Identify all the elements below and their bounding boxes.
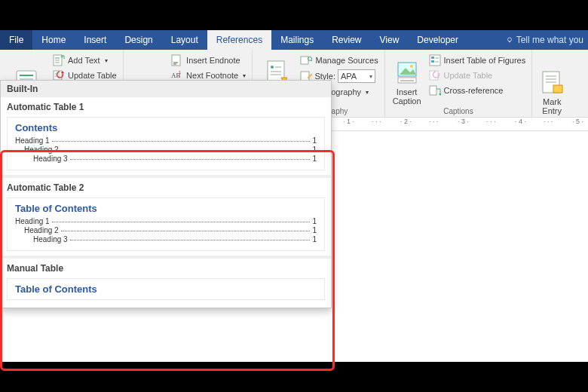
toc-leader-dots — [52, 141, 311, 142]
toc-row: Heading 31 — [15, 155, 317, 163]
cross-reference-button[interactable]: Cross-reference — [427, 84, 528, 97]
toc-row-text: Heading 2 — [24, 145, 59, 154]
toc-row-text: Heading 1 — [15, 217, 50, 225]
update-table-label: Update Table — [68, 71, 117, 80]
toc-leader-dots — [70, 159, 311, 160]
tab-insert[interactable]: Insert — [75, 30, 115, 50]
toc-title: Table of Contents — [15, 283, 317, 295]
tell-me-search[interactable]: Tell me what you — [504, 30, 588, 50]
tell-me-label: Tell me what you — [516, 35, 583, 45]
update-icon — [429, 69, 441, 81]
svg-rect-45 — [431, 57, 434, 59]
svg-text:1: 1 — [179, 70, 182, 75]
svg-marker-51 — [439, 93, 441, 96]
toc-title: Table of Contents — [15, 203, 317, 214]
cross-reference-label: Cross-reference — [444, 86, 504, 95]
chevron-down-icon: ▾ — [369, 73, 372, 80]
update-table-figures-label: Update Table — [444, 71, 493, 80]
gallery-item-manual[interactable]: Table of Contents — [7, 278, 325, 300]
insert-caption-button[interactable]: Insert Caption — [390, 52, 424, 106]
toc-row-text: Heading 1 — [15, 136, 50, 145]
tab-design[interactable]: Design — [115, 30, 161, 50]
tab-file[interactable]: File — [0, 30, 32, 50]
toc-row: Heading 11 — [15, 217, 317, 225]
toc-row-text: Heading 3 — [33, 235, 68, 243]
toc-row-page: 1 — [312, 226, 317, 234]
toc-row: Heading 31 — [15, 235, 317, 243]
insert-table-of-figures-label: Insert Table of Figures — [444, 56, 526, 65]
toc-row-page: 1 — [312, 155, 317, 163]
add-text-icon: + — [53, 54, 65, 66]
toc-title: Contents — [15, 122, 317, 133]
toc-row: Heading 21 — [15, 145, 317, 154]
next-footnote-label: Next Footnote — [186, 71, 238, 80]
endnote-icon — [171, 54, 183, 66]
group-captions-label: Captions — [390, 106, 528, 115]
toc-leader-dots — [61, 150, 311, 151]
svg-text:+: + — [60, 54, 63, 60]
word-window: File Home Insert Design Layout Reference… — [0, 30, 588, 362]
tab-view[interactable]: View — [371, 30, 409, 50]
toc-row: Heading 21 — [15, 226, 317, 234]
toc-row-text: Heading 2 — [24, 226, 59, 234]
toc-row-page: 1 — [312, 217, 317, 225]
toc-row-page: 1 — [312, 145, 317, 154]
svg-rect-56 — [553, 85, 562, 93]
svg-rect-32 — [301, 57, 308, 64]
svg-rect-1 — [509, 41, 510, 42]
gallery-item-auto2-label: Automatic Table 2 — [1, 178, 331, 196]
gallery-item-auto1-label: Automatic Table 1 — [1, 97, 331, 115]
gallery-item-auto2[interactable]: Table of Contents Heading 11Heading 21He… — [7, 198, 325, 251]
toc-row-page: 1 — [312, 235, 317, 243]
mark-entry-button[interactable]: Mark Entry — [537, 52, 567, 115]
caption-icon — [395, 60, 419, 86]
toc-leader-dots — [70, 240, 311, 240]
insert-endnote-label: Insert Endnote — [186, 56, 240, 65]
group-index: Mark Entry — [532, 50, 571, 117]
add-text-button[interactable]: + Add Text▾ — [51, 54, 118, 67]
toc-gallery-dropdown: Built-In Automatic Table 1 Contents Head… — [0, 80, 332, 308]
tab-developer[interactable]: Developer — [408, 30, 467, 50]
tab-references[interactable]: References — [207, 30, 271, 50]
chevron-down-icon: ▾ — [243, 72, 246, 79]
update-table-figures-button[interactable]: Update Table — [427, 69, 528, 82]
svg-point-0 — [507, 38, 511, 41]
svg-point-41 — [410, 65, 413, 68]
cross-reference-icon — [429, 84, 441, 96]
table-of-figures-icon — [429, 54, 441, 66]
toc-row-page: 1 — [312, 136, 317, 145]
gallery-item-manual-label: Manual Table — [1, 259, 331, 277]
style-combobox[interactable]: APA▾ — [338, 69, 375, 83]
toc-row: Heading 11 — [15, 136, 317, 145]
toc-row-text: Heading 3 — [33, 155, 68, 163]
insert-endnote-button[interactable]: Insert Endnote — [170, 54, 247, 67]
chevron-down-icon: ▾ — [105, 57, 108, 64]
mark-entry-icon — [540, 70, 564, 96]
tab-review[interactable]: Review — [323, 30, 370, 50]
svg-point-27 — [271, 66, 274, 69]
tab-layout[interactable]: Layout — [162, 30, 207, 50]
svg-rect-50 — [430, 86, 436, 95]
svg-rect-47 — [431, 60, 434, 63]
gallery-item-auto1[interactable]: Contents Heading 11Heading 21Heading 31 — [7, 117, 325, 170]
toc-leader-dots — [61, 231, 311, 231]
add-text-label: Add Text — [68, 56, 100, 65]
manage-sources-button[interactable]: Manage Sources — [299, 54, 379, 67]
chevron-down-icon: ▾ — [366, 89, 369, 96]
manage-sources-icon — [300, 54, 312, 66]
insert-table-of-figures-button[interactable]: Insert Table of Figures — [427, 54, 528, 67]
tab-home[interactable]: Home — [32, 30, 75, 50]
lightbulb-icon — [506, 36, 513, 44]
svg-line-34 — [311, 60, 312, 61]
tab-mailings[interactable]: Mailings — [271, 30, 323, 50]
toc-leader-dots — [52, 222, 311, 222]
group-captions: Insert Caption Insert Table of Figures U… — [385, 50, 533, 117]
mark-entry-label: Mark Entry — [542, 97, 562, 115]
style-value: APA — [341, 72, 357, 81]
gallery-section-builtin: Built-In — [1, 81, 331, 97]
ribbon-tabs: File Home Insert Design Layout Reference… — [0, 30, 588, 50]
manage-sources-label: Manage Sources — [315, 56, 378, 65]
insert-caption-label: Insert Caption — [393, 87, 421, 106]
